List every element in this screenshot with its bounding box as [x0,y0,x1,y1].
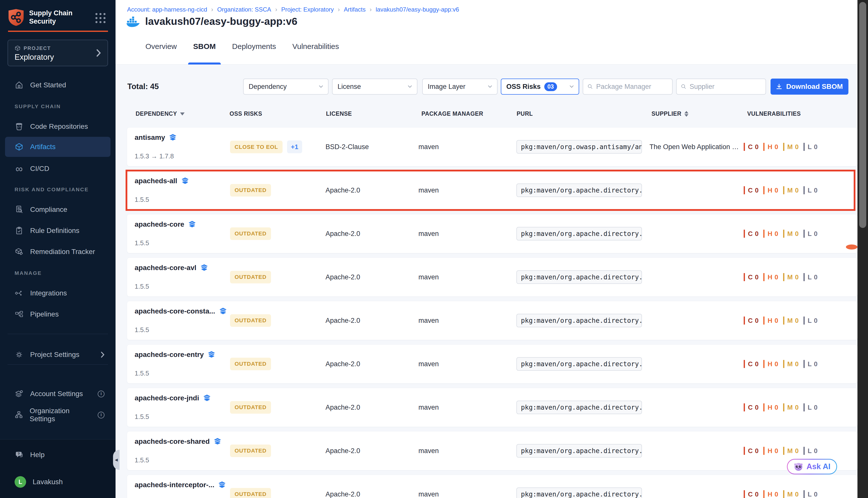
medium-count: M0 [783,360,799,368]
scrollbar-track[interactable] [857,0,868,498]
low-count: L0 [803,490,818,498]
sidebar-item-account-settings[interactable]: Account Settings i [5,386,111,402]
purl-chip[interactable]: pkg:maven/org.apache.directory.s… [516,183,642,197]
table-row[interactable]: apacheds-core-jndi 1.5.5 OUTDATED Apache… [127,388,858,427]
oss-risk-more-badge[interactable]: +1 [287,141,302,153]
table-row[interactable]: apacheds-core-consta... 1.5.5 OUTDATED A… [127,301,858,340]
dependency-label: apacheds-core-shared [134,437,210,446]
supplier-input[interactable] [690,83,761,91]
medium-count: M0 [783,273,799,281]
sidebar-item-pipelines[interactable]: Pipelines [5,306,111,322]
layers-icon [189,221,196,228]
column-header-dependency[interactable]: DEPENDENCY [135,110,185,117]
sort-desc-icon [180,113,185,116]
supplier-search [676,79,766,95]
organization-settings-icon [15,411,23,419]
severity-bar [783,403,785,411]
chevron-down-icon [570,86,574,88]
high-count: H0 [763,316,778,325]
sidebar-item-user[interactable]: L Lavakush [5,474,111,490]
layers-icon [218,482,226,488]
oss-risks-cell: OUTDATED [230,488,271,498]
purl-chip[interactable]: pkg:maven/org.apache.directory.s… [516,487,642,498]
gear-icon [15,350,24,359]
breadcrumb-project[interactable]: Project: Exploratory [281,6,334,13]
pipelines-icon [15,310,24,318]
table-row[interactable]: apacheds-core-shared 1.5.5 OUTDATED Apac… [127,431,858,470]
image-layer-filter-dropdown[interactable]: Image Layer [422,79,497,95]
license-filter-dropdown[interactable]: License [332,79,417,95]
info-icon[interactable]: i [98,412,104,418]
purl-chip[interactable]: pkg:maven/org.owasp.antisamy/ant… [516,140,642,154]
severity-bar [744,230,745,238]
dropdown-label: Image Layer [428,83,465,91]
license-value: Apache-2.0 [325,404,360,411]
sidebar-item-get-started[interactable]: Get Started [5,77,111,93]
tab-vulnerabilities[interactable]: Vulnerabilities [292,42,340,65]
package-manager-input[interactable] [596,83,668,91]
oss-risks-cell: OUTDATED [230,184,271,197]
critical-count: C0 [744,447,759,455]
vulnerability-counts: C0 H0 M0 L0 [744,403,822,411]
sidebar-item-organization-settings[interactable]: Organization Settings i [5,407,111,423]
project-label: PROJECT [24,45,51,51]
download-sbom-button[interactable]: Download SBOM [770,79,848,95]
column-header-supplier[interactable]: SUPPLIER [651,110,688,117]
layers-icon [169,134,177,141]
breadcrumb-artifact[interactable]: lavakush07/easy-buggy-app:v6 [376,6,459,13]
sidebar-item-help[interactable]: ? Help [5,447,111,463]
sidebar-item-cicd[interactable]: ∞ CI/CD [5,161,111,177]
breadcrumb-organization[interactable]: Organization: SSCA [217,6,271,13]
oss-risks-cell: CLOSE TO EOL +1 [230,141,302,153]
oss-risk-badge: OUTDATED [230,358,271,370]
dependency-filter-dropdown[interactable]: Dependency [243,79,328,95]
sidebar-item-artifacts[interactable]: Artifacts [5,137,111,157]
purl-chip[interactable]: pkg:maven/org.apache.directory.s… [516,270,642,284]
severity-bar [763,316,765,325]
info-icon[interactable]: i [98,391,104,397]
module-grid-icon[interactable] [95,13,105,23]
sidebar-item-integrations[interactable]: Integrations [5,285,111,301]
severity-bar [803,186,805,194]
tab-sbom[interactable]: SBOM [192,42,217,65]
sidebar-item-remediation-tracker[interactable]: Remediation Tracker [5,244,111,260]
tab-deployments[interactable]: Deployments [231,42,277,65]
high-count: H0 [763,447,778,455]
oss-risk-badge: OUTDATED [230,271,271,284]
sidebar-section-manage: MANAGE [15,270,42,276]
tab-overview[interactable]: Overview [144,42,178,65]
table-row[interactable]: apacheds-interceptor-... 1.5.5 OUTDATED … [127,475,858,498]
column-label: VULNERABILITIES [747,110,801,117]
sidebar-item-project-settings[interactable]: Project Settings [5,346,111,363]
purl-chip[interactable]: pkg:maven/org.apache.directory.s… [516,401,642,414]
table-row[interactable]: apacheds-core-avl 1.5.5 OUTDATED Apache-… [127,258,858,297]
purl-chip[interactable]: pkg:maven/org.apache.directory.s… [516,357,642,371]
chevron-right-icon [96,49,101,57]
column-header-license: LICENSE [326,110,352,117]
layers-icon [181,178,189,184]
project-selector[interactable]: PROJECT Exploratory [8,40,108,66]
purl-chip[interactable]: pkg:maven/org.apache.directory.s… [516,227,642,240]
oss-risks-filter-dropdown[interactable]: OSS Risks 03 [501,79,579,95]
scrollbar-thumb[interactable] [859,2,866,228]
purl-chip[interactable]: pkg:maven/org.apache.directory.s… [516,444,642,458]
breadcrumb-separator: › [275,6,277,13]
table-row[interactable]: apacheds-all 1.5.5 OUTDATED Apache-2.0 m… [127,171,858,210]
sidebar-collapse-handle[interactable]: ◀ [113,450,119,470]
table-row[interactable]: apacheds-core-entry 1.5.5 OUTDATED Apach… [127,344,858,383]
severity-bar [803,490,805,498]
purl-chip[interactable]: pkg:maven/org.apache.directory.s… [516,314,642,327]
breadcrumb-artifacts[interactable]: Artifacts [344,6,366,13]
sidebar-item-compliance[interactable]: Compliance [5,201,111,218]
severity-bar [803,360,805,368]
table-row[interactable]: apacheds-core 1.5.5 OUTDATED Apache-2.0 … [127,214,858,253]
breadcrumb-account[interactable]: Account: app-harness-ng-cicd [127,6,207,13]
column-header-purl: PURL [517,110,533,117]
sidebar-item-rule-definitions[interactable]: Rule Definitions [5,223,111,239]
table-row[interactable]: antisamy 1.5.3 → 1.7.8 CLOSE TO EOL +1 B… [127,127,858,167]
low-count: L0 [803,447,818,455]
severity-bar [803,143,805,151]
ask-ai-button[interactable]: Ask AI [787,459,837,474]
dependency-version: 1.5.5 [134,413,149,421]
sidebar-item-code-repositories[interactable]: </> Code Repositories [5,118,111,134]
